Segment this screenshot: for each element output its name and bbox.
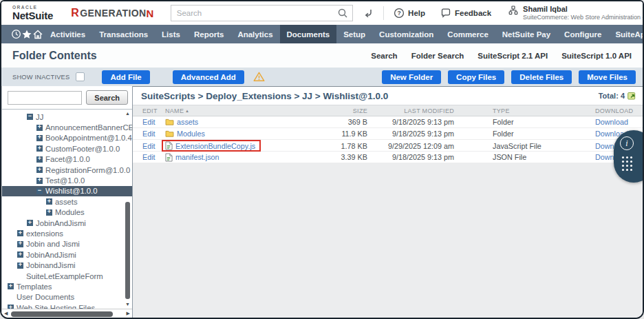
nav-transactions[interactable]: Transactions xyxy=(92,25,155,43)
new-folder-button[interactable]: New Folder xyxy=(382,70,441,84)
tree-item[interactable]: Jobin and Jismi xyxy=(2,239,132,249)
link-suitescript-10-api[interactable]: SuiteScript 1.0 API xyxy=(561,52,632,60)
tree-item[interactable]: JJ xyxy=(2,112,132,122)
column-last-modified[interactable]: LAST MODIFIED xyxy=(370,107,460,114)
nav-activities[interactable]: Activities xyxy=(43,25,92,43)
delete-files-button[interactable]: Delete Files xyxy=(511,70,572,84)
scroll-down-icon[interactable]: ▼ xyxy=(125,302,130,307)
user-name: Shamil Iqbal xyxy=(523,5,644,14)
nav-netsuite-pay[interactable]: NetSuite Pay xyxy=(495,25,557,43)
tree-horizontal-scrollbar[interactable]: ◀ ▶ xyxy=(2,309,132,318)
help-menu[interactable]: ? Help xyxy=(394,8,425,19)
copy-files-button[interactable]: Copy Files xyxy=(448,70,504,84)
tree-item[interactable]: Facet@1.0.0 xyxy=(2,154,132,165)
edit-link[interactable]: Edit xyxy=(142,153,155,161)
tree-item[interactable]: JobinAndJismi xyxy=(2,218,132,228)
recent-records-icon[interactable] xyxy=(11,25,21,43)
tree-item[interactable]: CustomFooter@1.0.0 xyxy=(2,143,132,154)
nav-configure[interactable]: Configure xyxy=(557,25,608,43)
collapse-icon[interactable] xyxy=(36,188,43,194)
user-menu[interactable]: Shamil Iqbal SuiteCommerce: Web Store Ad… xyxy=(508,5,634,22)
expand-icon[interactable] xyxy=(46,198,52,205)
scroll-right-icon[interactable]: ▶ xyxy=(127,311,130,316)
shortcuts-star-icon[interactable] xyxy=(21,25,32,43)
tree-item[interactable]: extensions xyxy=(2,228,132,238)
add-file-button[interactable]: Add File xyxy=(102,70,149,84)
tree-item[interactable]: Templates xyxy=(2,281,132,291)
expand-icon[interactable] xyxy=(36,167,43,173)
tree-item[interactable]: RegistrationForm@1.0.0 xyxy=(2,165,132,175)
breadcrumb[interactable]: SuiteScripts > Deploy_Extensions > JJ > … xyxy=(141,91,388,101)
show-inactives-checkbox[interactable] xyxy=(76,72,85,81)
link-suitescript-21-api[interactable]: SuiteScript 2.1 API xyxy=(477,52,548,60)
nav-customization[interactable]: Customization xyxy=(372,25,440,43)
tree-item[interactable]: JobinAndJismi xyxy=(2,249,132,260)
expand-icon[interactable] xyxy=(27,220,33,226)
nav-analytics[interactable]: Analytics xyxy=(230,25,279,43)
column-download[interactable]: DOWNLOAD xyxy=(559,107,643,114)
nav-setup[interactable]: Setup xyxy=(336,25,372,43)
tree-item[interactable]: assets xyxy=(2,196,132,207)
expand-icon[interactable] xyxy=(36,178,43,184)
move-files-button[interactable]: Move Files xyxy=(579,70,636,84)
nav-documents[interactable]: Documents xyxy=(280,25,337,43)
app-grid-icon[interactable] xyxy=(622,156,624,158)
expand-icon[interactable] xyxy=(36,135,43,141)
file-name-link[interactable]: manifest.json xyxy=(175,153,219,161)
sidebar-search-input[interactable] xyxy=(8,91,82,105)
tree-item[interactable]: Modules xyxy=(2,207,132,218)
home-icon[interactable] xyxy=(32,25,43,43)
search-icon[interactable] xyxy=(337,8,348,19)
scroll-left-icon[interactable]: ◀ xyxy=(4,311,8,316)
tree-item-selected[interactable]: Wishlist@1.0.0 xyxy=(2,186,132,196)
expand-icon[interactable] xyxy=(17,251,23,258)
download-link[interactable]: Download xyxy=(595,118,628,126)
edit-link[interactable]: Edit xyxy=(142,118,155,126)
sidebar-search-button[interactable]: Search xyxy=(86,90,128,105)
tree-item[interactable]: JobinandJismi xyxy=(2,260,132,270)
quick-menu-icon[interactable] xyxy=(363,8,374,19)
expand-icon[interactable] xyxy=(36,156,43,163)
nav-reports[interactable]: Reports xyxy=(187,25,230,43)
expand-icon[interactable] xyxy=(17,241,23,247)
column-size[interactable]: SIZE xyxy=(310,107,370,114)
global-search-input[interactable] xyxy=(177,9,338,17)
scrollbar-track[interactable] xyxy=(124,116,131,302)
file-name-link[interactable]: assets xyxy=(177,118,198,126)
info-icon[interactable]: i xyxy=(620,136,634,150)
column-name-sorted[interactable]: NAME xyxy=(165,107,310,114)
tree-item[interactable]: AnnouncementBannerCE@1. xyxy=(2,122,132,132)
export-csv-icon[interactable] xyxy=(627,92,637,100)
netsuite-logo[interactable]: ORACLE NetSuite xyxy=(12,6,53,21)
column-type[interactable]: TYPE xyxy=(460,107,559,114)
collapse-icon[interactable] xyxy=(27,114,33,120)
nav-commerce[interactable]: Commerce xyxy=(440,25,495,43)
expand-icon[interactable] xyxy=(36,145,43,152)
tree-item[interactable]: BookAppointment@1.0.4 xyxy=(2,133,132,143)
tree-item[interactable]: Test@1.0.0 xyxy=(2,175,132,185)
nav-lists[interactable]: Lists xyxy=(155,25,187,43)
warning-icon[interactable] xyxy=(253,72,265,82)
expand-icon[interactable] xyxy=(17,230,23,236)
column-edit[interactable]: EDIT xyxy=(133,107,165,114)
expand-icon[interactable] xyxy=(8,283,14,289)
link-folder-search[interactable]: Folder Search xyxy=(411,52,464,60)
tree-item[interactable]: Web Site Hosting Files xyxy=(2,302,132,309)
feedback-menu[interactable]: Feedback xyxy=(440,8,491,19)
scrollbar-thumb[interactable] xyxy=(125,202,130,299)
expand-icon[interactable] xyxy=(36,125,43,131)
link-search[interactable]: Search xyxy=(371,52,397,60)
scroll-up-icon[interactable]: ▲ xyxy=(125,111,130,116)
expand-icon[interactable] xyxy=(46,209,52,216)
scrollbar-thumb[interactable] xyxy=(11,311,113,317)
tree-item[interactable]: SuiteLetExampleForm xyxy=(2,271,132,281)
edit-link[interactable]: Edit xyxy=(142,142,155,150)
nav-suiteapps[interactable]: SuiteApps xyxy=(608,25,644,43)
file-name-link[interactable]: ExtensionBundleCopy.js xyxy=(175,142,255,150)
tree-vertical-scrollbar[interactable]: ▲ ▼ xyxy=(124,111,131,307)
advanced-add-button[interactable]: Advanced Add xyxy=(173,70,244,84)
edit-link[interactable]: Edit xyxy=(142,130,155,138)
expand-icon[interactable] xyxy=(17,263,23,269)
tree-item[interactable]: User Documents xyxy=(2,292,132,302)
file-name-link[interactable]: Modules xyxy=(177,130,205,138)
